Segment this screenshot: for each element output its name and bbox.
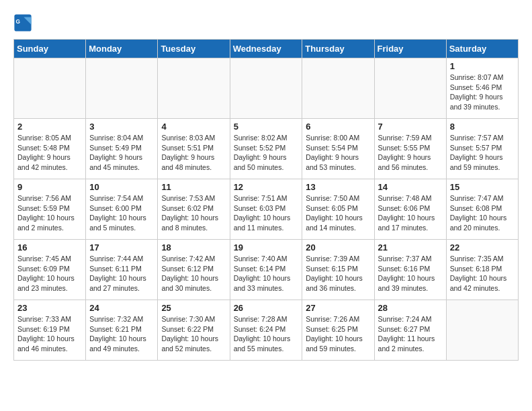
calendar-cell	[158, 58, 230, 119]
calendar-cell: 8Sunrise: 7:57 AM Sunset: 5:57 PM Daylig…	[446, 119, 518, 179]
day-info: Sunrise: 7:40 AM Sunset: 6:14 PM Dayligh…	[234, 254, 299, 293]
week-row: 9Sunrise: 7:56 AM Sunset: 5:59 PM Daylig…	[14, 179, 519, 240]
day-info: Sunrise: 7:50 AM Sunset: 6:05 PM Dayligh…	[306, 193, 370, 233]
calendar-cell: 19Sunrise: 7:40 AM Sunset: 6:14 PM Dayli…	[230, 240, 302, 300]
day-info: Sunrise: 7:32 AM Sunset: 6:21 PM Dayligh…	[89, 314, 154, 354]
day-number: 16	[17, 242, 82, 253]
day-info: Sunrise: 7:47 AM Sunset: 6:08 PM Dayligh…	[450, 193, 515, 233]
calendar-cell: 20Sunrise: 7:39 AM Sunset: 6:15 PM Dayli…	[302, 240, 374, 300]
calendar-cell: 10Sunrise: 7:54 AM Sunset: 6:00 PM Dayli…	[86, 179, 158, 240]
day-number: 6	[306, 122, 370, 132]
day-info: Sunrise: 7:57 AM Sunset: 5:57 PM Dayligh…	[450, 133, 515, 173]
day-info: Sunrise: 7:37 AM Sunset: 6:16 PM Dayligh…	[378, 254, 443, 293]
day-number: 20	[306, 242, 370, 253]
day-info: Sunrise: 7:39 AM Sunset: 6:15 PM Dayligh…	[306, 254, 370, 293]
day-number: 5	[234, 122, 299, 132]
day-of-week-header: Wednesday	[230, 40, 302, 58]
calendar-cell	[230, 58, 302, 119]
day-info: Sunrise: 7:28 AM Sunset: 6:24 PM Dayligh…	[234, 314, 299, 354]
day-info: Sunrise: 7:54 AM Sunset: 6:00 PM Dayligh…	[89, 193, 154, 233]
day-info: Sunrise: 7:51 AM Sunset: 6:03 PM Dayligh…	[234, 193, 299, 233]
day-info: Sunrise: 8:05 AM Sunset: 5:48 PM Dayligh…	[17, 133, 82, 173]
days-of-week-row: SundayMondayTuesdayWednesdayThursdayFrid…	[14, 40, 519, 58]
calendar-cell: 25Sunrise: 7:30 AM Sunset: 6:22 PM Dayli…	[158, 300, 230, 361]
day-number: 14	[378, 182, 443, 192]
calendar-header: SundayMondayTuesdayWednesdayThursdayFrid…	[14, 40, 519, 58]
calendar-cell: 28Sunrise: 7:24 AM Sunset: 6:27 PM Dayli…	[374, 300, 446, 361]
day-info: Sunrise: 7:59 AM Sunset: 5:55 PM Dayligh…	[378, 133, 443, 173]
calendar-cell	[374, 58, 446, 119]
day-number: 19	[234, 242, 299, 253]
day-number: 25	[161, 303, 226, 313]
day-info: Sunrise: 8:04 AM Sunset: 5:49 PM Dayligh…	[89, 133, 154, 173]
calendar-cell: 24Sunrise: 7:32 AM Sunset: 6:21 PM Dayli…	[86, 300, 158, 361]
calendar-cell: 6Sunrise: 8:00 AM Sunset: 5:54 PM Daylig…	[302, 119, 374, 179]
day-of-week-header: Saturday	[446, 40, 518, 58]
svg-text:G: G	[16, 18, 21, 25]
day-of-week-header: Friday	[374, 40, 446, 58]
calendar-cell: 27Sunrise: 7:26 AM Sunset: 6:25 PM Dayli…	[302, 300, 374, 361]
calendar-cell: 15Sunrise: 7:47 AM Sunset: 6:08 PM Dayli…	[446, 179, 518, 240]
day-number: 17	[89, 242, 154, 253]
calendar-cell: 17Sunrise: 7:44 AM Sunset: 6:11 PM Dayli…	[86, 240, 158, 300]
day-number: 1	[450, 61, 515, 71]
day-info: Sunrise: 8:00 AM Sunset: 5:54 PM Dayligh…	[306, 133, 370, 173]
day-number: 10	[89, 182, 154, 192]
page-header: G	[13, 13, 519, 32]
calendar-cell: 26Sunrise: 7:28 AM Sunset: 6:24 PM Dayli…	[230, 300, 302, 361]
day-number: 3	[89, 122, 154, 132]
calendar-body: 1Sunrise: 8:07 AM Sunset: 5:46 PM Daylig…	[14, 58, 519, 361]
day-number: 15	[450, 182, 515, 192]
day-of-week-header: Thursday	[302, 40, 374, 58]
calendar-cell: 18Sunrise: 7:42 AM Sunset: 6:12 PM Dayli…	[158, 240, 230, 300]
calendar-cell	[86, 58, 158, 119]
day-number: 11	[161, 182, 226, 192]
day-info: Sunrise: 8:03 AM Sunset: 5:51 PM Dayligh…	[161, 133, 226, 173]
week-row: 1Sunrise: 8:07 AM Sunset: 5:46 PM Daylig…	[14, 58, 519, 119]
calendar-cell: 13Sunrise: 7:50 AM Sunset: 6:05 PM Dayli…	[302, 179, 374, 240]
day-number: 24	[89, 303, 154, 313]
calendar-cell: 4Sunrise: 8:03 AM Sunset: 5:51 PM Daylig…	[158, 119, 230, 179]
day-info: Sunrise: 7:56 AM Sunset: 5:59 PM Dayligh…	[17, 193, 82, 233]
day-number: 4	[161, 122, 226, 132]
day-number: 13	[306, 182, 370, 192]
calendar-cell	[446, 300, 518, 361]
day-number: 23	[17, 303, 82, 313]
day-of-week-header: Tuesday	[158, 40, 230, 58]
calendar-cell: 23Sunrise: 7:33 AM Sunset: 6:19 PM Dayli…	[14, 300, 86, 361]
day-info: Sunrise: 7:30 AM Sunset: 6:22 PM Dayligh…	[161, 314, 226, 354]
day-info: Sunrise: 8:02 AM Sunset: 5:52 PM Dayligh…	[234, 133, 299, 173]
day-number: 27	[306, 303, 370, 313]
day-number: 9	[17, 182, 82, 192]
calendar-cell: 22Sunrise: 7:35 AM Sunset: 6:18 PM Dayli…	[446, 240, 518, 300]
day-info: Sunrise: 7:44 AM Sunset: 6:11 PM Dayligh…	[89, 254, 154, 293]
day-number: 8	[450, 122, 515, 132]
day-info: Sunrise: 7:35 AM Sunset: 6:18 PM Dayligh…	[450, 254, 515, 293]
day-of-week-header: Monday	[86, 40, 158, 58]
day-number: 12	[234, 182, 299, 192]
day-info: Sunrise: 7:42 AM Sunset: 6:12 PM Dayligh…	[161, 254, 226, 293]
calendar-cell: 7Sunrise: 7:59 AM Sunset: 5:55 PM Daylig…	[374, 119, 446, 179]
calendar-cell: 14Sunrise: 7:48 AM Sunset: 6:06 PM Dayli…	[374, 179, 446, 240]
day-number: 7	[378, 122, 443, 132]
calendar-cell: 2Sunrise: 8:05 AM Sunset: 5:48 PM Daylig…	[14, 119, 86, 179]
day-info: Sunrise: 7:24 AM Sunset: 6:27 PM Dayligh…	[378, 314, 443, 354]
calendar-cell: 12Sunrise: 7:51 AM Sunset: 6:03 PM Dayli…	[230, 179, 302, 240]
calendar-cell: 16Sunrise: 7:45 AM Sunset: 6:09 PM Dayli…	[14, 240, 86, 300]
logo: G	[13, 13, 35, 32]
calendar-cell: 11Sunrise: 7:53 AM Sunset: 6:02 PM Dayli…	[158, 179, 230, 240]
day-info: Sunrise: 7:26 AM Sunset: 6:25 PM Dayligh…	[306, 314, 370, 354]
logo-icon: G	[13, 13, 32, 32]
day-number: 2	[17, 122, 82, 132]
day-info: Sunrise: 7:33 AM Sunset: 6:19 PM Dayligh…	[17, 314, 82, 354]
day-info: Sunrise: 7:48 AM Sunset: 6:06 PM Dayligh…	[378, 193, 443, 233]
calendar-cell: 21Sunrise: 7:37 AM Sunset: 6:16 PM Dayli…	[374, 240, 446, 300]
calendar-cell	[302, 58, 374, 119]
day-number: 28	[378, 303, 443, 313]
day-number: 22	[450, 242, 515, 253]
day-number: 18	[161, 242, 226, 253]
week-row: 2Sunrise: 8:05 AM Sunset: 5:48 PM Daylig…	[14, 119, 519, 179]
week-row: 16Sunrise: 7:45 AM Sunset: 6:09 PM Dayli…	[14, 240, 519, 300]
day-info: Sunrise: 8:07 AM Sunset: 5:46 PM Dayligh…	[450, 73, 515, 112]
calendar-cell: 5Sunrise: 8:02 AM Sunset: 5:52 PM Daylig…	[230, 119, 302, 179]
